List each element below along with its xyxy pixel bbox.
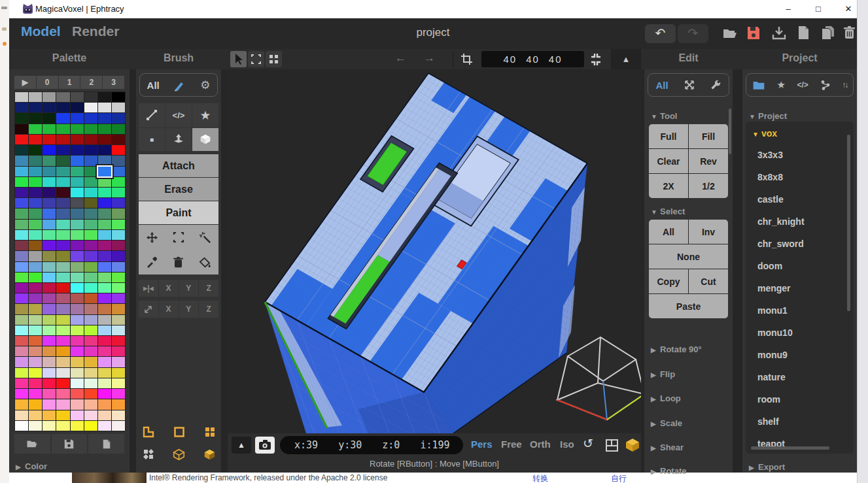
palette-color[interactable] xyxy=(15,167,28,176)
palette-color[interactable] xyxy=(56,177,69,187)
palette-color[interactable] xyxy=(112,251,125,261)
palette-color[interactable] xyxy=(56,145,69,155)
palette-color[interactable] xyxy=(112,357,125,367)
gear-icon[interactable]: ⚙ xyxy=(200,78,210,92)
palette-color[interactable] xyxy=(56,346,69,356)
mirror-z-button[interactable]: Z xyxy=(199,280,218,297)
solid-cube-icon[interactable] xyxy=(203,448,216,461)
palette-color[interactable] xyxy=(15,135,28,144)
project-file-nature[interactable]: nature xyxy=(746,366,854,388)
palette-color[interactable] xyxy=(84,346,97,356)
brush-all-button[interactable]: All xyxy=(147,80,160,91)
palette-color[interactable] xyxy=(112,135,125,144)
palette-color[interactable] xyxy=(43,421,56,431)
new-document-icon[interactable] xyxy=(798,25,809,40)
palette-color[interactable] xyxy=(43,188,56,197)
palette-color[interactable] xyxy=(84,92,97,102)
palette-color[interactable] xyxy=(43,389,56,399)
star-icon[interactable]: ★ xyxy=(776,79,785,91)
palette-color[interactable] xyxy=(84,315,97,325)
palette-color[interactable] xyxy=(43,262,56,272)
palette-color[interactable] xyxy=(56,156,69,165)
palette-color[interactable] xyxy=(29,368,42,378)
palette-color[interactable] xyxy=(43,283,56,293)
palette-color[interactable] xyxy=(43,251,56,261)
palette-color[interactable] xyxy=(98,357,111,367)
palette-color[interactable] xyxy=(98,336,111,346)
palette-color[interactable] xyxy=(43,198,56,208)
palette-color[interactable] xyxy=(98,315,111,325)
palette-color[interactable] xyxy=(71,188,84,197)
palette-color[interactable] xyxy=(56,135,69,144)
palette-color[interactable] xyxy=(43,368,56,378)
palette-color[interactable] xyxy=(71,399,84,409)
split-view-icon[interactable] xyxy=(606,439,618,452)
cursor-tool-button[interactable] xyxy=(230,51,247,67)
palette-color[interactable] xyxy=(43,315,56,325)
palette-color[interactable] xyxy=(56,325,69,335)
rotate-section-toggle[interactable]: ▶Rotate xyxy=(651,466,686,476)
palette-tab-0[interactable]: 0 xyxy=(37,76,58,89)
palette-color[interactable] xyxy=(29,208,42,218)
palette-color[interactable] xyxy=(98,273,111,282)
palette-color[interactable] xyxy=(71,357,84,367)
face-tool-button[interactable] xyxy=(165,128,192,152)
palette-color[interactable] xyxy=(15,124,28,134)
view-mode-orth[interactable]: Orth xyxy=(530,439,551,450)
palette-color[interactable] xyxy=(112,156,125,165)
palette-color[interactable] xyxy=(15,92,28,102)
palette-color[interactable] xyxy=(84,135,97,144)
palette-color[interactable] xyxy=(15,198,28,208)
palette-color[interactable] xyxy=(43,103,56,112)
palette-color[interactable] xyxy=(112,198,125,208)
project-section-toggle[interactable]: ▼Project xyxy=(749,111,787,121)
project-file-8x8x8[interactable]: 8x8x8 xyxy=(746,166,854,188)
palette-color[interactable] xyxy=(43,399,56,409)
palette-color[interactable] xyxy=(56,188,69,197)
close-button[interactable]: ✕ xyxy=(833,0,863,18)
palette-color[interactable] xyxy=(71,167,84,176)
view-mode-free[interactable]: Free xyxy=(501,439,522,450)
palette-color[interactable] xyxy=(84,378,97,388)
palette-color[interactable] xyxy=(29,113,42,123)
palette-color[interactable] xyxy=(56,198,69,208)
select-paste-button[interactable]: Paste xyxy=(649,294,728,318)
palette-color[interactable] xyxy=(15,421,28,431)
palette-color[interactable] xyxy=(56,103,69,112)
project-file-shelf[interactable]: shelf xyxy=(746,410,854,433)
crop-resize-icon[interactable] xyxy=(460,53,473,65)
palette-color[interactable] xyxy=(112,262,125,272)
duplicate-icon[interactable] xyxy=(822,25,835,40)
pattern-tool-button[interactable]: </> xyxy=(165,103,192,127)
palette-color[interactable] xyxy=(71,251,84,261)
palette-color[interactable] xyxy=(112,315,125,325)
flip-section-toggle[interactable]: ▶Flip xyxy=(651,369,675,379)
view-mode-pers[interactable]: Pers xyxy=(471,439,493,450)
palette-color[interactable] xyxy=(112,421,125,431)
palette-color[interactable] xyxy=(29,220,42,229)
node-graph-icon[interactable] xyxy=(820,80,831,91)
palette-color[interactable] xyxy=(84,241,97,250)
edit-all-button[interactable]: All xyxy=(655,80,668,91)
palette-color[interactable] xyxy=(43,92,56,102)
palette-color[interactable] xyxy=(71,378,84,388)
palette-color[interactable] xyxy=(56,283,69,293)
palette-color[interactable] xyxy=(15,378,28,388)
palette-color[interactable] xyxy=(29,177,42,187)
project-title[interactable]: project xyxy=(374,26,492,39)
palette-color[interactable] xyxy=(56,315,69,325)
palette-color[interactable] xyxy=(43,156,56,165)
palette-color[interactable] xyxy=(71,410,84,420)
palette-color[interactable] xyxy=(71,315,84,325)
palette-color[interactable] xyxy=(56,262,69,272)
palette-color[interactable] xyxy=(112,325,125,335)
palette-color[interactable] xyxy=(15,399,28,409)
select-none-button[interactable]: None xyxy=(649,244,728,269)
palette-color[interactable] xyxy=(98,92,111,102)
tab-model[interactable]: Model xyxy=(21,24,61,39)
palette-color[interactable] xyxy=(29,283,42,293)
palette-color[interactable] xyxy=(71,145,84,155)
palette-color[interactable] xyxy=(71,293,84,303)
palette-color[interactable] xyxy=(98,177,111,187)
palette-color[interactable] xyxy=(29,103,42,112)
